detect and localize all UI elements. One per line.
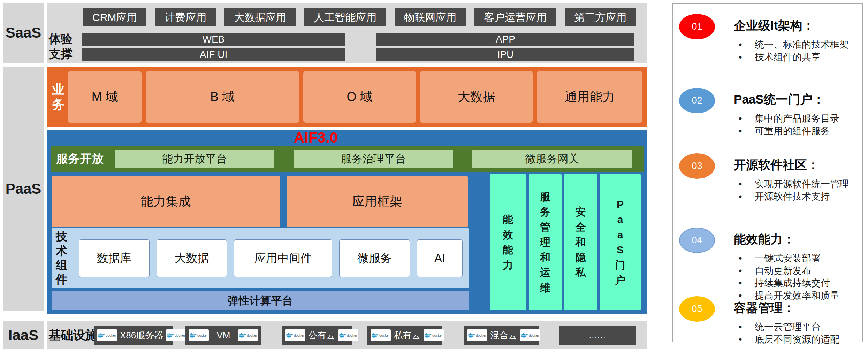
domain-general: 通用能力 [537,71,642,123]
panel-bullet: 实现开源软件统一管理 [734,178,849,191]
aif-version-title: AIF3.0 [47,130,585,146]
panel-bullet: 可重用的组件服务 [734,125,839,138]
panel-bullet: 技术组件的共享 [734,51,849,64]
number-badge-03: 03 [679,153,715,179]
app-chip-crm: CRM应用 [83,8,146,26]
service-open-platforms: 能力开放平台 服务治理平台 微服务网关 [115,150,632,168]
saas-apps-row: CRM应用 计费应用 大数据应用 人工智能应用 物联网应用 客户运营应用 第三方… [83,8,636,26]
paas-container: AIF3.0 服务开放 能力开放平台 服务治理平台 微服务网关 能力集成 应用框… [47,130,647,314]
web-bar: WEB [82,33,345,46]
panel-bullet: 持续集成持续交付 [734,277,839,290]
layer-label-saas: SaaS [3,3,44,63]
tech-chip-ai: AI [417,239,463,277]
panel-bullet: 底层不同资源的适配 [734,334,839,346]
iaas-band: 基础设施 docker X86服务器 docker docker VM dock… [47,321,647,349]
business-label: 业务 [52,67,67,127]
app-chip-ai: 人工智能应用 [304,8,386,26]
business-band: 业务 M 域 B 域 O 域 大数据 通用能力 [47,67,647,127]
app-framework-box: 应用框架 [287,176,468,227]
resource-public-cloud: docker 公有云 docker [282,326,352,345]
tech-chip-middleware: 应用中间件 [234,239,332,277]
docker-icon: docker [166,329,186,341]
app-chip-customer-ops: 客户运营应用 [474,8,556,26]
docker-icon: docker [285,329,305,341]
docker-icon: docker [238,329,258,341]
domain-o: O 域 [303,71,416,123]
pillar-security-privacy: 安全和隐私 [564,174,597,310]
panel-item-title: 企业级It架构： [734,17,849,34]
service-open-label: 服务开放 [56,151,111,167]
docker-icon: docker [371,329,391,341]
service-governance-platform: 服务治理平台 [294,150,453,168]
panel-item-title: 能效能力： [734,231,839,247]
panel-bullet: 自动更新发布 [734,265,839,277]
domain-bigdata: 大数据 [420,71,533,123]
docker-icon: docker [520,329,540,341]
app-chip-iot: 物联网应用 [395,8,466,26]
tech-chip-microservice: 微服务 [339,239,410,277]
ipu-bar: IPU [376,48,634,61]
resource-more: ...... [559,326,636,345]
infrastructure-label: 基础设施 [48,321,97,349]
panel-item-title: 开源软件社区： [734,157,849,173]
microservice-gateway: 微服务网关 [472,150,632,168]
panel-bullet: 统一云管理平台 [734,321,839,334]
tech-components-label: 技术组件 [56,230,69,287]
architecture-diagram: SaaS PaaS IaaS CRM应用 计费应用 大数据应用 人工智能应用 物… [0,0,868,352]
docker-icon: docker [424,329,444,341]
capability-open-platform: 能力开放平台 [115,150,274,168]
tech-chip-bigdata: 大数据 [157,239,227,277]
docker-icon: docker [338,329,358,341]
tech-components-chips: 数据库 大数据 应用中间件 微服务 AI [79,239,463,277]
app-chip-billing: 计费应用 [155,8,216,26]
panel-bullet: 开源软件技术支持 [734,191,849,203]
resource-vm: docker VM docker [185,326,261,345]
panel-item-enterprise-it: 01 企业级It架构： 统一、标准的技术框架 技术组件的共享 [679,14,858,63]
pillar-service-mgmt-ops: 服务管理和运维 [529,174,562,310]
app-chip-thirdparty: 第三方应用 [565,8,636,26]
panel-bullet: 统一、标准的技术框架 [734,39,849,51]
number-badge-05: 05 [679,296,715,322]
pillar-efficiency: 能效能力 [490,174,526,310]
number-badge-02: 02 [679,88,715,113]
annotation-panel: 01 企业级It架构： 统一、标准的技术框架 技术组件的共享 02 PaaS统一… [672,3,863,342]
resource-x86-server: docker X86服务器 docker [94,326,173,345]
elastic-computing-platform-bar: 弹性计算平台 [52,291,469,310]
tech-chip-database: 数据库 [79,239,150,277]
panel-item-opensource-community: 03 开源软件社区： 实现开源软件统一管理 开源软件技术支持 [679,153,858,203]
panel-bullet: 一键式安装部署 [734,252,839,265]
tech-components-box: 技术组件 数据库 大数据 应用中间件 微服务 AI [52,228,469,288]
layer-label-paas: PaaS [3,67,44,311]
pillar-paas-portal: PaaS门户 [600,174,641,310]
service-open-row: 服务开放 能力开放平台 服务治理平台 微服务网关 [51,146,644,172]
number-badge-04: 04 [679,228,715,253]
business-domains: M 域 B 域 O 域 大数据 通用能力 [68,71,642,123]
resource-hybrid-cloud: docker 混合云 docker [464,326,539,345]
panel-item-container-mgmt: 05 容器管理： 统一云管理平台 底层不同资源的适配 [679,296,858,346]
layer-label-iaas: IaaS [3,321,44,349]
panel-item-title: 容器管理： [734,300,839,316]
panel-item-title: PaaS统一门户： [734,91,839,108]
saas-band: CRM应用 计费应用 大数据应用 人工智能应用 物联网应用 客户运营应用 第三方… [47,3,647,63]
docker-icon: docker [467,329,487,341]
app-chip-bigdata: 大数据应用 [224,8,296,26]
aif-ui-bar: AIF UI [82,48,345,61]
panel-item-paas-portal: 02 PaaS统一门户： 集中的产品服务目录 可重用的组件服务 [679,88,858,137]
domain-m: M 域 [68,71,142,123]
app-bar: APP [376,33,634,46]
panel-bullet: 集中的产品服务目录 [734,113,839,125]
number-badge-01: 01 [679,14,715,39]
resource-private-cloud: docker 私有云 docker [367,326,442,345]
docker-icon: docker [189,329,209,341]
capability-integration-box: 能力集成 [52,176,280,227]
domain-b: B 域 [146,71,299,123]
panel-item-efficiency: 04 能效能力： 一键式安装部署 自动更新发布 持续集成持续交付 提高开发效率和… [679,228,858,302]
experience-support-label: 体验支撑 [49,31,77,61]
docker-icon: docker [97,329,117,341]
